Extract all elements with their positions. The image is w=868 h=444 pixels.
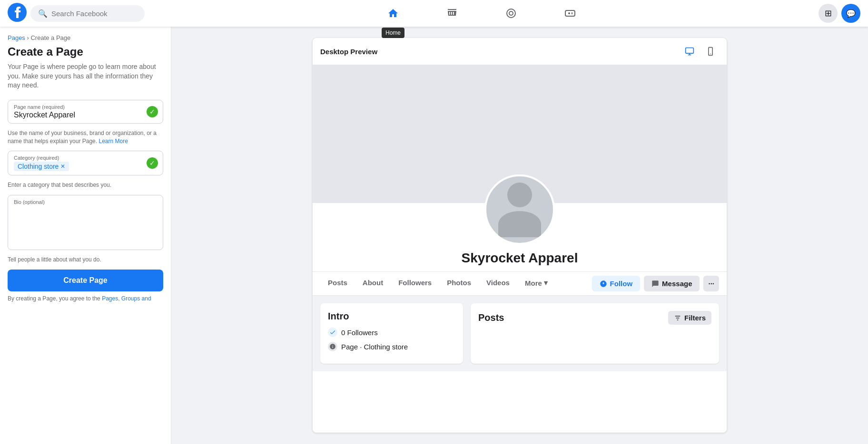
svg-point-1 — [509, 11, 513, 15]
svg-rect-5 — [709, 48, 712, 56]
posts-box: Posts Filters — [471, 303, 719, 364]
page-navigation: Posts About Followers Photos Videos More… — [313, 271, 727, 296]
nav-tabs: Home — [145, 2, 819, 25]
preview-header: Desktop Preview — [313, 38, 727, 65]
page-name-check-icon: ✓ — [147, 106, 158, 117]
top-navigation: 🔍 Home ⊞ � — [0, 0, 868, 27]
svg-point-2 — [507, 9, 515, 18]
page-name-preview: Skyrocket Apparel — [462, 251, 578, 266]
search-icon: 🔍 — [38, 9, 48, 18]
mobile-view-btn[interactable] — [702, 44, 719, 59]
nav-tab-gaming[interactable] — [542, 2, 598, 25]
footer-text: By creating a Page, you agree to the Pag… — [8, 295, 163, 302]
tab-posts[interactable]: Posts — [320, 272, 355, 295]
category-remove-btn[interactable]: ✕ — [60, 163, 65, 170]
nav-tab-marketplace[interactable] — [424, 2, 480, 25]
posts-header: Posts Filters — [478, 311, 711, 325]
left-sidebar: Pages › Create a Page Create a Page Your… — [0, 27, 171, 444]
avatar-body — [498, 211, 541, 237]
posts-title: Posts — [478, 312, 504, 323]
pages-link[interactable]: Pages — [102, 295, 118, 302]
search-input[interactable] — [51, 10, 137, 18]
fb-page-preview: Skyrocket Apparel Posts About Followers … — [313, 65, 727, 371]
page-name-hint: Use the name of your business, brand or … — [8, 129, 163, 145]
category-label: Category (required) — [14, 155, 157, 161]
avatar-head — [507, 183, 532, 207]
preview-panel: Desktop Preview — [313, 38, 727, 433]
bio-input[interactable] — [14, 206, 157, 244]
category-tag[interactable]: Clothing store ✕ — [14, 162, 69, 171]
tab-followers[interactable]: Followers — [391, 272, 439, 295]
page-description: Your Page is where people go to learn mo… — [8, 62, 163, 90]
svg-rect-4 — [686, 48, 694, 54]
category-tag-text: Clothing store — [18, 163, 59, 170]
groups-link[interactable]: Groups and — [121, 295, 151, 302]
nav-tab-watch[interactable] — [483, 2, 539, 25]
page-actions: Follow Message ··· — [592, 276, 719, 291]
tab-videos[interactable]: Videos — [479, 272, 517, 295]
messenger-icon-btn[interactable]: 💬 — [841, 4, 860, 23]
breadcrumb: Pages › Create a Page — [8, 34, 163, 41]
page-body: Intro 0 Followers Page · Clothing store — [313, 296, 727, 371]
page-info-icon — [328, 342, 337, 351]
nav-right-actions: ⊞ 💬 — [819, 4, 860, 23]
svg-point-6 — [710, 53, 711, 54]
follow-button[interactable]: Follow — [592, 276, 641, 291]
tab-more[interactable]: More ▾ — [517, 272, 555, 295]
facebook-logo[interactable] — [8, 3, 30, 24]
page-title: Create a Page — [8, 45, 163, 58]
tab-about[interactable]: About — [355, 272, 391, 295]
page-type-item: Page · Clothing store — [328, 342, 455, 351]
message-button[interactable]: Message — [644, 276, 700, 291]
category-hint: Enter a category that best describes you… — [8, 181, 163, 189]
followers-icon — [328, 328, 337, 337]
category-check-icon: ✓ — [147, 157, 158, 169]
intro-title: Intro — [328, 311, 455, 322]
desktop-view-btn[interactable] — [681, 44, 698, 59]
main-content: Desktop Preview — [171, 27, 868, 444]
nav-tab-home[interactable]: Home — [365, 2, 421, 25]
profile-picture — [484, 174, 555, 245]
page-name-field[interactable]: Page name (required) ✓ — [8, 100, 163, 124]
bio-hint: Tell people a little about what you do. — [8, 256, 163, 264]
page-name-input[interactable] — [14, 111, 157, 119]
intro-box: Intro 0 Followers Page · Clothing store — [320, 303, 463, 364]
filters-button[interactable]: Filters — [668, 311, 711, 325]
more-actions-button[interactable]: ··· — [703, 276, 719, 291]
page-name-label: Page name (required) — [14, 104, 157, 110]
breadcrumb-current: Create a Page — [30, 34, 70, 41]
category-field[interactable]: Category (required) Clothing store ✕ ✓ — [8, 151, 163, 175]
followers-count: 0 Followers — [341, 328, 378, 337]
preview-title: Desktop Preview — [320, 48, 377, 56]
grid-icon-btn[interactable]: ⊞ — [819, 4, 838, 23]
create-page-button[interactable]: Create Page — [8, 270, 163, 291]
preview-view-toggle — [681, 44, 719, 59]
tab-photos[interactable]: Photos — [439, 272, 479, 295]
followers-item: 0 Followers — [328, 328, 455, 337]
bio-field[interactable]: Bio (optional) — [8, 195, 163, 250]
bio-label: Bio (optional) — [14, 199, 157, 205]
page-type-text: Page · Clothing store — [341, 343, 408, 351]
learn-more-link[interactable]: Learn More — [99, 138, 128, 145]
breadcrumb-pages-link[interactable]: Pages — [8, 34, 25, 41]
search-bar[interactable]: 🔍 — [30, 5, 145, 22]
page-nav-tabs: Posts About Followers Photos Videos More… — [320, 272, 555, 295]
